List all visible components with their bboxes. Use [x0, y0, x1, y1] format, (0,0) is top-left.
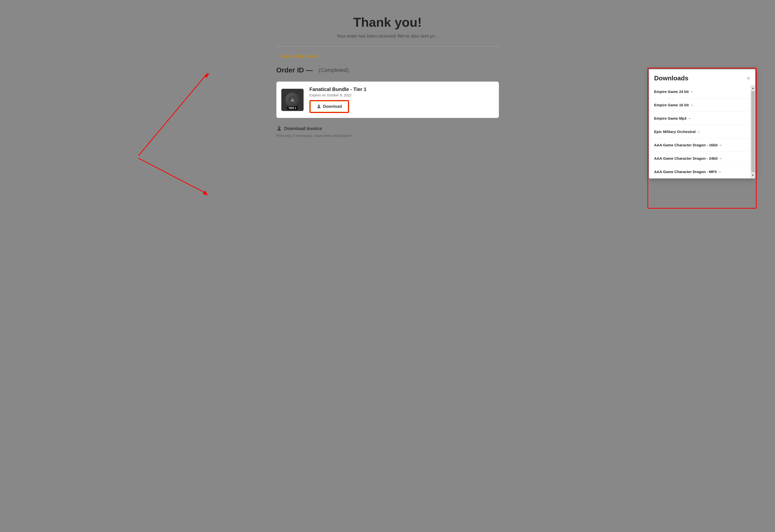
- back-to-orders-link[interactable]: ← Back to My Orders: [276, 54, 319, 59]
- download-list-item[interactable]: AAA Game Character Dragon - 24bit →: [649, 152, 751, 165]
- scrollbar-down-arrow[interactable]: ▼: [751, 173, 755, 178]
- download-list-item[interactable]: Empire Game 16 bit →: [649, 98, 751, 112]
- download-invoice-note: Print only if necessary. Save trees and …: [276, 133, 351, 138]
- tier-badge: TIER 1: [287, 106, 298, 110]
- download-invoice-section: Download Invoice Print only if necessary…: [276, 125, 351, 138]
- order-status: (Completed): [319, 67, 348, 73]
- page-subtitle: Your order has been received! We've also…: [337, 34, 438, 39]
- download-list-item[interactable]: Epic Military Orchestral →: [649, 125, 751, 138]
- invoice-download-icon: [276, 125, 282, 132]
- popup-title: Downloads: [654, 74, 689, 82]
- thumbnail-image: [285, 92, 300, 107]
- scrollbar-track[interactable]: ▲ ▼: [751, 85, 755, 178]
- order-id-label: Order ID —: [276, 66, 313, 74]
- download-invoice-link[interactable]: Download Invoice: [276, 125, 351, 132]
- scrollbar-up-arrow[interactable]: ▲: [751, 85, 755, 90]
- close-button[interactable]: ×: [747, 76, 750, 81]
- order-item-thumbnail: TIER 1: [281, 89, 303, 111]
- download-list-item[interactable]: AAA Game Character Dragon - MP3 →: [649, 165, 751, 178]
- order-item-card: TIER 1 Fanatical Bundle - Tier 1 Expires…: [276, 82, 499, 118]
- svg-marker-8: [205, 73, 210, 78]
- download-button-label: Download: [323, 104, 342, 109]
- order-item-info: Fanatical Bundle - Tier 1 Expires on Oct…: [309, 86, 494, 113]
- svg-point-2: [291, 99, 294, 102]
- page-title: Thank you!: [353, 15, 422, 30]
- svg-marker-7: [203, 190, 208, 195]
- popup-header: Downloads ×: [649, 69, 755, 85]
- scrollbar-thumb[interactable]: [751, 91, 755, 172]
- downloads-popup: Downloads × Empire Game 24 bit →Empire G…: [649, 69, 755, 178]
- download-icon: [317, 104, 321, 109]
- download-button[interactable]: Download: [310, 101, 348, 112]
- page-wrapper: Thank you! Your order has been received!…: [0, 0, 775, 532]
- download-invoice-label: Download Invoice: [284, 126, 322, 131]
- order-item-expiry: Expires on October 9, 2022: [309, 93, 494, 97]
- order-item-name: Fanatical Bundle - Tier 1: [309, 86, 494, 92]
- svg-line-5: [138, 158, 205, 193]
- svg-line-6: [138, 73, 208, 156]
- order-header: Order ID — (Completed): [276, 66, 349, 74]
- thumbnail-icon: [287, 95, 297, 105]
- download-list-item[interactable]: Empire Game Mp3 →: [649, 112, 751, 125]
- download-list-item[interactable]: Empire Game 24 bit →: [649, 85, 751, 98]
- download-button-wrapper: Download: [309, 100, 349, 113]
- download-list: Empire Game 24 bit →Empire Game 16 bit →…: [649, 85, 751, 178]
- download-list-item[interactable]: AAA Game Character Dragon - 16bit →: [649, 138, 751, 152]
- main-content: Thank you! Your order has been received!…: [276, 15, 499, 517]
- download-list-wrapper: Empire Game 24 bit →Empire Game 16 bit →…: [649, 85, 755, 178]
